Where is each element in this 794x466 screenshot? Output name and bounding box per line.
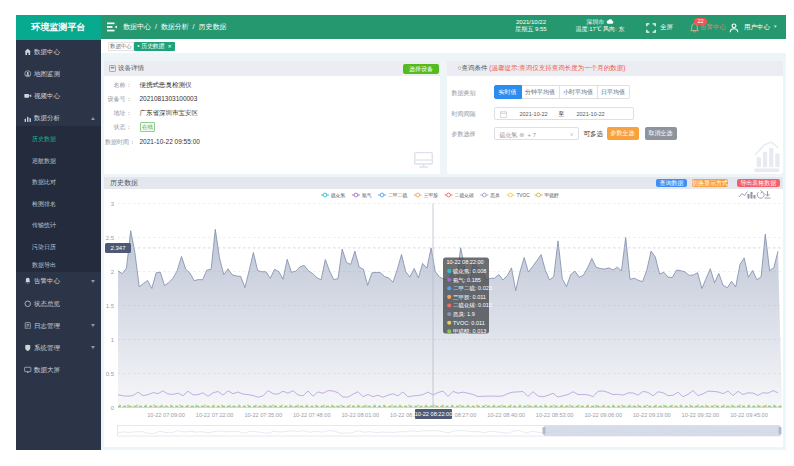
- svg-text:10-22 07:22:00: 10-22 07:22:00: [196, 411, 234, 417]
- svg-text:恶臭: 恶臭: [489, 192, 500, 197]
- svg-text:2.5: 2.5: [106, 234, 115, 240]
- svg-text:二硫化碳: 二硫化碳: [455, 191, 474, 198]
- svg-text:10-22 08:40:00: 10-22 08:40:00: [487, 411, 525, 417]
- svg-text:硫化氢: 0.008: 硫化氢: 0.008: [453, 267, 486, 274]
- svg-text:10-22 08:53:00: 10-22 08:53:00: [536, 411, 574, 417]
- svg-text:三甲胺: 三甲胺: [424, 191, 439, 197]
- svg-text:1: 1: [111, 336, 115, 342]
- svg-text:三甲胺: 0.011: 三甲胺: 0.011: [453, 293, 486, 299]
- svg-text:10-22 07:48:00: 10-22 07:48:00: [293, 411, 331, 417]
- svg-text:2: 2: [111, 268, 115, 274]
- svg-text:二硫化碳: 0.015: 二硫化碳: 0.015: [453, 302, 492, 309]
- svg-text:10-22 07:35:00: 10-22 07:35:00: [244, 411, 282, 417]
- svg-text:10-22 09:45:00: 10-22 09:45:00: [730, 411, 768, 417]
- svg-text:甲硫醇: 甲硫醇: [545, 191, 560, 198]
- svg-text:1.5: 1.5: [106, 302, 115, 308]
- svg-text:0.5: 0.5: [106, 370, 115, 376]
- svg-text:10-22 08:01:00: 10-22 08:01:00: [341, 411, 379, 417]
- svg-text:0: 0: [111, 404, 115, 410]
- svg-text:甲硫醇: 0.013: 甲硫醇: 0.013: [453, 328, 486, 335]
- svg-text:10-22 07:09:00: 10-22 07:09:00: [147, 411, 185, 417]
- svg-text:二甲二硫: 二甲二硫: [388, 191, 407, 198]
- svg-text:10-22 09:06:00: 10-22 09:06:00: [584, 411, 622, 417]
- svg-text:TVOC: TVOC: [516, 192, 530, 197]
- svg-text:10-22 08:22:00: 10-22 08:22:00: [447, 259, 484, 265]
- svg-text:氨气: 0.185: 氨气: 0.185: [453, 276, 481, 282]
- svg-text:TVOC: 0.011: TVOC: 0.011: [453, 319, 485, 325]
- svg-text:硫化氢: 硫化氢: [331, 191, 346, 198]
- svg-text:恶臭: 1.9: 恶臭: 1.9: [452, 310, 475, 316]
- svg-text:二甲二硫: 0.023: 二甲二硫: 0.023: [453, 285, 492, 292]
- svg-text:10-22 09:32:00: 10-22 09:32:00: [682, 411, 720, 417]
- svg-text:10-22 09:19:00: 10-22 09:19:00: [633, 411, 671, 417]
- svg-text:3: 3: [111, 200, 115, 206]
- svg-text:10-22 08:22:00: 10-22 08:22:00: [415, 411, 453, 417]
- svg-text:2.347: 2.347: [110, 245, 126, 251]
- svg-text:氨气: 氨气: [362, 191, 372, 197]
